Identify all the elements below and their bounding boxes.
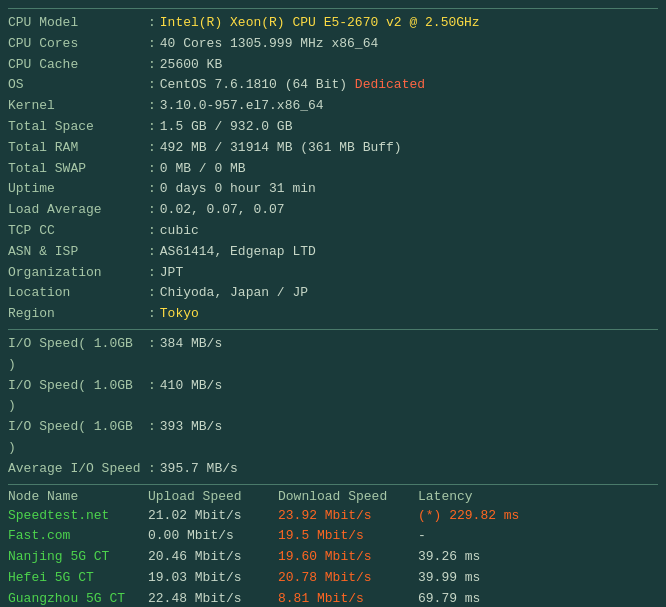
table-row: Speedtest.net 21.02 Mbit/s 23.92 Mbit/s … (8, 506, 658, 527)
cpu-cores-label: CPU Cores (8, 34, 148, 55)
download-speed: 23.92 Mbit/s (278, 506, 418, 527)
org-value: JPT (160, 263, 183, 284)
col-node: Node Name (8, 489, 148, 506)
io-value: 395.7 MB/s (160, 459, 238, 480)
asn-isp-row: ASN & ISP : AS61414, Edgenap LTD (8, 242, 658, 263)
col-latency: Latency (418, 489, 658, 506)
io-divider-top (8, 329, 658, 330)
latency: 39.26 ms (418, 547, 658, 568)
kernel-sep: : (148, 96, 156, 117)
os-row: OS : CentOS 7.6.1810 (64 Bit) Dedicated (8, 75, 658, 96)
latency: 39.99 ms (418, 568, 658, 589)
io-divider-bottom (8, 484, 658, 485)
cpu-cache-label: CPU Cache (8, 55, 148, 76)
io-speed-row: Average I/O Speed : 395.7 MB/s (8, 459, 658, 480)
speed-table-header: Node Name Upload Speed Download Speed La… (8, 489, 658, 506)
table-row: Guangzhou 5G CT 22.48 Mbit/s 8.81 Mbit/s… (8, 589, 658, 607)
io-value: 384 MB/s (160, 334, 222, 376)
load-avg-row: Load Average : 0.02, 0.07, 0.07 (8, 200, 658, 221)
location-value: Chiyoda, Japan / JP (160, 283, 308, 304)
total-swap-row: Total SWAP : 0 MB / 0 MB (8, 159, 658, 180)
table-row: Fast.com 0.00 Mbit/s 19.5 Mbit/s - (8, 526, 658, 547)
io-speed-row: I/O Speed( 1.0GB ) : 384 MB/s (8, 334, 658, 376)
upload-speed: 21.02 Mbit/s (148, 506, 278, 527)
total-swap-sep: : (148, 159, 156, 180)
io-label: I/O Speed( 1.0GB ) (8, 417, 148, 459)
cpu-cache-value: 25600 KB (160, 55, 222, 76)
total-space-sep: : (148, 117, 156, 138)
col-upload: Upload Speed (148, 489, 278, 506)
cpu-cores-row: CPU Cores : 40 Cores 1305.999 MHz x86_64 (8, 34, 658, 55)
upload-speed: 22.48 Mbit/s (148, 589, 278, 607)
kernel-value: 3.10.0-957.el7.x86_64 (160, 96, 324, 117)
load-avg-sep: : (148, 200, 156, 221)
cpu-cache-sep: : (148, 55, 156, 76)
download-speed: 19.5 Mbit/s (278, 526, 418, 547)
download-speed: 20.78 Mbit/s (278, 568, 418, 589)
region-label: Region (8, 304, 148, 325)
org-label: Organization (8, 263, 148, 284)
speed-table: Node Name Upload Speed Download Speed La… (8, 489, 658, 607)
cpu-cores-sep: : (148, 34, 156, 55)
table-row: Nanjing 5G CT 20.46 Mbit/s 19.60 Mbit/s … (8, 547, 658, 568)
node-name: Fast.com (8, 526, 148, 547)
uptime-value: 0 days 0 hour 31 min (160, 179, 316, 200)
tcp-cc-row: TCP CC : cubic (8, 221, 658, 242)
load-avg-value: 0.02, 0.07, 0.07 (160, 200, 285, 221)
total-space-value: 1.5 GB / 932.0 GB (160, 117, 293, 138)
cpu-cache-row: CPU Cache : 25600 KB (8, 55, 658, 76)
region-sep: : (148, 304, 156, 325)
io-speed-row: I/O Speed( 1.0GB ) : 410 MB/s (8, 376, 658, 418)
speed-table-body: Speedtest.net 21.02 Mbit/s 23.92 Mbit/s … (8, 506, 658, 607)
total-ram-value: 492 MB / 31914 MB (361 MB Buff) (160, 138, 402, 159)
asn-isp-value: AS61414, Edgenap LTD (160, 242, 316, 263)
uptime-sep: : (148, 179, 156, 200)
latency: 69.79 ms (418, 589, 658, 607)
io-label: I/O Speed( 1.0GB ) (8, 376, 148, 418)
location-label: Location (8, 283, 148, 304)
tcp-cc-label: TCP CC (8, 221, 148, 242)
cpu-cores-value: 40 Cores 1305.999 MHz x86_64 (160, 34, 378, 55)
cpu-model-row: CPU Model : Intel(R) Xeon(R) CPU E5-2670… (8, 13, 658, 34)
uptime-row: Uptime : 0 days 0 hour 31 min (8, 179, 658, 200)
total-space-row: Total Space : 1.5 GB / 932.0 GB (8, 117, 658, 138)
os-sep: : (148, 75, 156, 96)
total-space-label: Total Space (8, 117, 148, 138)
region-value: Tokyo (160, 304, 199, 325)
top-divider (8, 8, 658, 9)
cpu-model-value: Intel(R) Xeon(R) CPU E5-2670 v2 @ 2.50GH… (160, 13, 480, 34)
upload-speed: 0.00 Mbit/s (148, 526, 278, 547)
total-ram-label: Total RAM (8, 138, 148, 159)
total-ram-sep: : (148, 138, 156, 159)
os-value: CentOS 7.6.1810 (64 Bit) Dedicated (160, 75, 425, 96)
io-value: 393 MB/s (160, 417, 222, 459)
latency: (*) 229.82 ms (418, 506, 658, 527)
cpu-model-label: CPU Model (8, 13, 148, 34)
node-name: Nanjing 5G CT (8, 547, 148, 568)
io-speeds-container: I/O Speed( 1.0GB ) : 384 MB/s I/O Speed(… (8, 334, 658, 480)
node-name: Guangzhou 5G CT (8, 589, 148, 607)
io-value: 410 MB/s (160, 376, 222, 418)
org-sep: : (148, 263, 156, 284)
io-speed-row: I/O Speed( 1.0GB ) : 393 MB/s (8, 417, 658, 459)
uptime-label: Uptime (8, 179, 148, 200)
load-avg-label: Load Average (8, 200, 148, 221)
location-row: Location : Chiyoda, Japan / JP (8, 283, 658, 304)
tcp-cc-sep: : (148, 221, 156, 242)
table-row: Hefei 5G CT 19.03 Mbit/s 20.78 Mbit/s 39… (8, 568, 658, 589)
kernel-row: Kernel : 3.10.0-957.el7.x86_64 (8, 96, 658, 117)
location-sep: : (148, 283, 156, 304)
latency: - (418, 526, 658, 547)
region-row: Region : Tokyo (8, 304, 658, 325)
col-download: Download Speed (278, 489, 418, 506)
download-speed: 19.60 Mbit/s (278, 547, 418, 568)
kernel-label: Kernel (8, 96, 148, 117)
os-label: OS (8, 75, 148, 96)
asn-isp-sep: : (148, 242, 156, 263)
total-swap-value: 0 MB / 0 MB (160, 159, 246, 180)
node-name: Speedtest.net (8, 506, 148, 527)
org-row: Organization : JPT (8, 263, 658, 284)
total-ram-row: Total RAM : 492 MB / 31914 MB (361 MB Bu… (8, 138, 658, 159)
total-swap-label: Total SWAP (8, 159, 148, 180)
download-speed: 8.81 Mbit/s (278, 589, 418, 607)
